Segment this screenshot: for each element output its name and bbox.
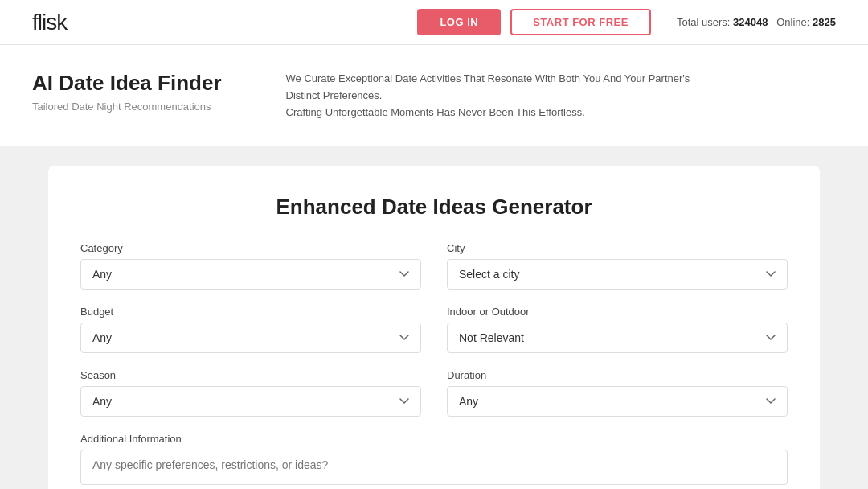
budget-label: Budget <box>80 306 421 318</box>
online-label: Online: <box>776 16 809 28</box>
total-users-value: 324048 <box>733 16 768 28</box>
start-for-free-button[interactable]: START FOR FREE <box>510 9 651 35</box>
city-label: City <box>447 242 788 254</box>
total-users-label: Total users: <box>677 16 730 28</box>
additional-info-label: Additional Information <box>80 433 788 445</box>
header-stats: Total users: 324048 Online: 2825 <box>677 16 836 28</box>
category-group: Category Any Romantic Adventure Cultural… <box>80 242 421 290</box>
header-buttons: LOG IN START FOR FREE <box>417 9 650 35</box>
generator-title: Enhanced Date Ideas Generator <box>80 195 788 220</box>
indoor-outdoor-label: Indoor or Outdoor <box>447 306 788 318</box>
hero-title: AI Date Idea Finder <box>32 71 222 96</box>
duration-group: Duration Any Under 1 hour 1-2 hours Half… <box>447 369 788 417</box>
category-select[interactable]: Any Romantic Adventure Cultural Dining O… <box>80 259 421 290</box>
hero-desc-line2: Crafting Unforgettable Moments Has Never… <box>286 105 704 121</box>
season-group: Season Any Spring Summer Fall Winter <box>80 369 421 417</box>
category-label: Category <box>80 242 421 254</box>
form-grid: Category Any Romantic Adventure Cultural… <box>80 242 788 485</box>
additional-info-textarea[interactable] <box>80 450 788 485</box>
duration-label: Duration <box>447 369 788 381</box>
budget-select[interactable]: Any Free Under $25 Under $50 Under $100 … <box>80 323 421 353</box>
hero-section: AI Date Idea Finder Tailored Date Night … <box>0 45 868 146</box>
season-label: Season <box>80 369 421 381</box>
hero-subtitle: Tailored Date Night Recommendations <box>32 101 222 113</box>
hero-description: We Curate Exceptional Date Activities Th… <box>286 71 704 121</box>
season-select[interactable]: Any Spring Summer Fall Winter <box>80 386 421 417</box>
duration-select[interactable]: Any Under 1 hour 1-2 hours Half day Full… <box>447 386 788 417</box>
hero-desc-line1: We Curate Exceptional Date Activities Th… <box>286 71 704 105</box>
additional-info-group: Additional Information <box>80 433 788 485</box>
logo: flisk <box>32 10 417 35</box>
online-value: 2825 <box>813 16 836 28</box>
login-button[interactable]: LOG IN <box>417 9 501 35</box>
budget-group: Budget Any Free Under $25 Under $50 Unde… <box>80 306 421 353</box>
city-select[interactable]: Select a city New York Los Angeles Chica… <box>447 259 788 290</box>
hero-left: AI Date Idea Finder Tailored Date Night … <box>32 71 222 113</box>
indoor-outdoor-select[interactable]: Not Relevant Indoor Outdoor Both <box>447 323 788 353</box>
main-content: Enhanced Date Ideas Generator Category A… <box>0 146 868 489</box>
indoor-outdoor-group: Indoor or Outdoor Not Relevant Indoor Ou… <box>447 306 788 353</box>
header: flisk LOG IN START FOR FREE Total users:… <box>0 0 868 45</box>
city-group: City Select a city New York Los Angeles … <box>447 242 788 290</box>
generator-card: Enhanced Date Ideas Generator Category A… <box>48 166 820 489</box>
